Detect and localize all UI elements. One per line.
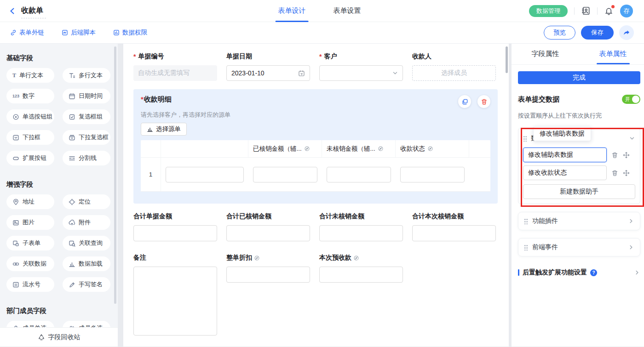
assistant-item-input[interactable]: 修改辅助表数据 — [523, 148, 607, 162]
field-pill-radio-group[interactable]: 单选按钮组 — [6, 109, 54, 124]
field-doc-date[interactable]: 单据日期 2023-01-10 — [226, 52, 310, 81]
field-pill-member-single[interactable]: 成员单选 — [6, 321, 54, 327]
field-pill-select[interactable]: 下拉框 — [6, 130, 54, 145]
field-pill-attachment[interactable]: 附件 — [63, 215, 110, 230]
drag-handle-icon[interactable] — [524, 218, 528, 224]
new-data-assistant-button[interactable]: 新建数据助手 — [523, 184, 635, 199]
save-button[interactable]: 保存 — [581, 26, 614, 40]
field-prepay[interactable]: 本次预收款 — [319, 253, 403, 336]
field-pill-extend-button[interactable]: 扩展按钮 — [6, 151, 54, 165]
receipt-detail-section[interactable]: *收款明细 请先选择客户，再选择对应的源单 选择源单 — [133, 89, 498, 204]
field-pill-signature[interactable]: 手写签名 — [63, 277, 110, 292]
payee-member-picker[interactable]: 选择成员 — [412, 65, 496, 81]
field-pill-multi-text[interactable]: 多行文本 — [63, 68, 110, 83]
move-icon[interactable] — [623, 152, 630, 159]
field-pill-locate[interactable]: 定位 — [63, 194, 110, 209]
field-pill-address[interactable]: 地址 — [6, 194, 54, 209]
data-permission-action[interactable]: 数据权限 — [113, 28, 147, 37]
single-text-icon: T — [12, 73, 16, 78]
chain-link-icon — [12, 261, 19, 267]
field-total-current-written-off[interactable]: 合计本次核销金额 — [412, 212, 496, 241]
canvas-row-1: *单据编号 自动生成无需填写 单据日期 2023-01-10 *客户 收款人 — [133, 52, 498, 81]
field-total-unwritten-off[interactable]: 合计未核销金额 — [319, 212, 403, 241]
field-total-doc-amount[interactable]: 合计单据金额 — [133, 212, 217, 241]
pill-label: 下拉框 — [23, 133, 40, 142]
total-input[interactable] — [412, 225, 496, 241]
detail-table-header: 已核销金额（辅... 未核销金额（辅... 收款状态 — [141, 140, 490, 158]
avatar[interactable]: 存 — [620, 5, 633, 17]
field-pill-image[interactable]: 图片 — [6, 215, 54, 230]
help-icon[interactable]: ? — [590, 269, 597, 276]
move-icon[interactable] — [623, 170, 630, 176]
field-total-written-off[interactable]: 合计已核销金额 — [226, 212, 310, 241]
backend-script-action[interactable]: 后端脚本 — [62, 28, 96, 37]
field-pill-single-text[interactable]: T 单行文本 — [6, 68, 54, 83]
drag-handle-icon[interactable] — [524, 245, 528, 250]
field-pill-checkbox-group[interactable]: 复选框组 — [63, 109, 110, 124]
cell-input[interactable] — [166, 167, 244, 182]
external-link-action[interactable]: 表单外链 — [10, 28, 44, 37]
frontend-event-card[interactable]: 前端事件 — [518, 238, 640, 256]
cell-input[interactable] — [327, 167, 391, 182]
back-icon[interactable] — [8, 7, 17, 15]
field-pill-relation-query[interactable]: 关联查询 — [63, 236, 110, 250]
discount-input[interactable] — [226, 267, 310, 283]
contact-book-icon[interactable] — [581, 6, 591, 16]
delete-section-button[interactable] — [477, 95, 490, 108]
total-input[interactable] — [133, 225, 217, 241]
toggle-on-label: 开 — [625, 97, 630, 102]
done-button[interactable]: 完成 — [518, 71, 640, 84]
tab-form-properties[interactable]: 表单属性 — [579, 44, 644, 64]
page-title[interactable]: 收款单 — [21, 6, 43, 14]
trash-icon[interactable] — [611, 152, 618, 159]
chevron-down-icon[interactable] — [629, 135, 635, 142]
drag-handle-icon[interactable] — [523, 136, 527, 142]
select-source-button[interactable]: 选择源单 — [141, 123, 187, 136]
canvas-scrollbar[interactable] — [506, 46, 508, 73]
doc-no-input[interactable]: 自动生成无需填写 — [133, 65, 217, 81]
remark-textarea[interactable] — [133, 267, 217, 336]
doc-date-input[interactable]: 2023-01-10 — [226, 65, 310, 81]
tab-field-properties[interactable]: 字段属性 — [512, 44, 579, 64]
submit-data-toggle[interactable]: 开 — [622, 95, 640, 104]
assistant-item-input[interactable]: 修改收款状态 — [523, 165, 607, 180]
total-input[interactable] — [226, 225, 310, 241]
tab-form-settings[interactable]: 表单设置 — [334, 0, 361, 22]
preview-button[interactable]: 预览 — [544, 26, 575, 40]
col-header-receipt-status[interactable]: 收款状态 — [396, 140, 469, 157]
copy-section-button[interactable] — [458, 95, 471, 108]
share-button[interactable] — [619, 25, 634, 40]
field-pill-multi-select[interactable]: 下拉复选框 — [63, 130, 110, 145]
prepay-input[interactable] — [319, 267, 403, 283]
trash-icon[interactable] — [611, 170, 618, 176]
pill-label: 地址 — [23, 198, 34, 206]
field-pill-data-load[interactable]: 数据加载 — [63, 256, 110, 271]
field-pill-member-multi[interactable]: 成员多选 — [63, 321, 110, 327]
field-customer[interactable]: *客户 — [319, 52, 403, 81]
col-header-unwritten-off[interactable]: 未核销金额（辅... — [322, 140, 396, 157]
detail-table-row: 1 — [141, 158, 490, 192]
field-discount[interactable]: 整单折扣 — [226, 253, 310, 336]
field-recycle-bin[interactable]: 字段回收站 — [0, 327, 118, 347]
field-pill-serial-number[interactable]: 流水号 — [6, 277, 54, 292]
notifications-bell-icon[interactable] — [604, 6, 614, 16]
total-input[interactable] — [319, 225, 403, 241]
field-pill-subform[interactable]: 子表单 — [6, 236, 54, 250]
field-pill-divider[interactable]: 分割线 — [63, 151, 110, 165]
data-manage-button[interactable]: 数据管理 — [529, 5, 568, 17]
cell-input[interactable] — [253, 167, 317, 182]
plugin-card[interactable]: 功能插件 — [518, 212, 640, 230]
col-header-written-off[interactable]: 已核销金额（辅... — [248, 140, 322, 157]
post-trigger-settings-row[interactable]: 后置触发扩展功能设置 ? — [518, 268, 640, 277]
field-doc-no[interactable]: *单据编号 自动生成无需填写 — [133, 52, 217, 81]
field-remark[interactable]: 备注 — [133, 253, 217, 336]
field-pill-datetime[interactable]: 日期时间 — [63, 89, 110, 103]
field-payee[interactable]: 收款人 选择成员 — [412, 52, 496, 81]
cell-input[interactable] — [400, 167, 465, 182]
pill-label: 子表单 — [23, 239, 40, 247]
customer-select[interactable] — [319, 65, 403, 81]
tab-form-design[interactable]: 表单设计 — [278, 0, 306, 22]
field-pill-relation-data[interactable]: 关联数据 — [6, 256, 54, 271]
sidebar-scrollbar[interactable] — [114, 46, 116, 304]
field-pill-number[interactable]: 123 数字 — [6, 89, 54, 103]
